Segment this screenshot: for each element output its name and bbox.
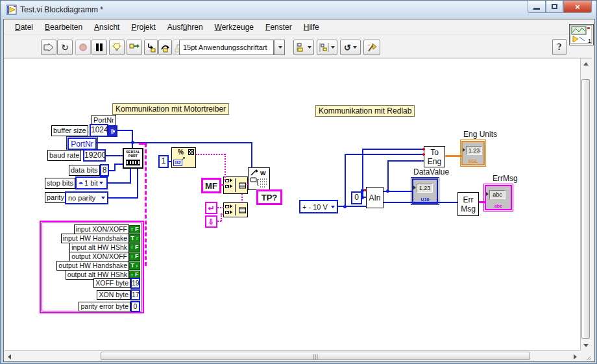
carriage-return-constant[interactable]: ↵ (205, 202, 217, 214)
wire-stopbits (108, 182, 131, 184)
cluster-numeric-constant[interactable]: 0 (130, 301, 140, 312)
font-selector[interactable]: 15pt Anwendungsschriftart (179, 40, 274, 55)
menu-ansicht[interactable]: Ansicht (88, 21, 125, 33)
abort-button[interactable] (75, 40, 91, 55)
window-title: Test.vi Blockdiagramm * (20, 5, 103, 14)
menu-ausfuehren[interactable]: Ausführen (162, 21, 209, 33)
to-eng-node[interactable]: To Eng (424, 146, 445, 167)
one-constant[interactable]: 1 (158, 155, 169, 168)
scroll-down-icon[interactable] (583, 344, 589, 347)
chevron-down-icon (99, 182, 103, 184)
coercion-dot (422, 153, 425, 156)
voltage-range-ring[interactable]: + - 10 V (299, 200, 338, 213)
vi-icon-thumbnail[interactable]: 1 (569, 24, 594, 45)
scroll-up-icon[interactable] (583, 62, 589, 66)
portnr-control-terminal[interactable]: PortNr (67, 138, 97, 150)
baud-rate-constant[interactable]: 19200 (83, 149, 106, 162)
cluster-numeric-constant[interactable]: 17 (130, 289, 140, 300)
block-diagram-canvas[interactable]: Kommunikation mit Motortreiber Kommunika… (5, 58, 580, 350)
i32-type-tag: I32 (173, 160, 182, 166)
pause-button[interactable] (91, 40, 107, 55)
context-help-button[interactable]: ? (552, 39, 567, 55)
cluster-boolean-constant[interactable]: TF (129, 234, 140, 243)
vertical-scroll-thumb[interactable] (581, 79, 590, 339)
cluster-row: input XON/XOFFTF (74, 224, 140, 234)
terminal-arrow-icon (463, 148, 465, 152)
chevron-down-icon (308, 46, 311, 49)
vi-app-icon (6, 5, 17, 15)
cleanup-diagram-button[interactable] (363, 40, 380, 55)
align-objects-button[interactable] (293, 40, 314, 55)
data-bits-constant[interactable]: 8 (100, 164, 109, 176)
step-over-button[interactable] (158, 40, 172, 55)
menu-fenster[interactable]: Fenster (260, 21, 298, 33)
number-to-string-node[interactable]: % ↗ I32 (171, 147, 196, 168)
mf-string-constant[interactable]: MF (201, 178, 221, 193)
cluster-numeric-constant[interactable]: 19 (130, 278, 140, 289)
cluster-boolean-constant[interactable]: TF (129, 243, 140, 252)
serial-port-init-node[interactable]: SERIAL PORT (123, 148, 143, 169)
dip-switch-icon (126, 160, 140, 165)
cluster-row-label: output XON/XOFF (69, 252, 129, 261)
title-bar[interactable]: Test.vi Blockdiagramm * × (1, 1, 596, 19)
horizontal-scrollbar[interactable] (5, 350, 580, 361)
datavalue-indicator[interactable]: 1.23 U16 (412, 178, 438, 204)
eng-units-indicator[interactable]: 1.23 SGL (461, 141, 485, 165)
cluster-boolean-constant[interactable]: TF (129, 261, 140, 270)
vi-icon-graphic: 1 (570, 25, 592, 44)
close-icon: × (575, 2, 580, 12)
buffer-size-constant[interactable]: 1024 (90, 124, 108, 137)
concatenate-strings-node-2[interactable] (223, 202, 248, 217)
chevron-down-icon (331, 46, 335, 49)
serial-port-write-node[interactable]: W { (248, 167, 270, 190)
wire-portnr (95, 142, 252, 143)
align-objects-icon (296, 43, 306, 52)
vertical-scrollbar[interactable] (580, 58, 591, 350)
highlight-execution-button[interactable] (109, 40, 125, 55)
run-continuous-icon: ↻ (61, 42, 69, 53)
flow-control-cluster[interactable]: input XON/XOFFTFinput HW HandshakeTFinpu… (40, 221, 144, 313)
step-into-button[interactable] (144, 40, 158, 55)
reorder-objects-button[interactable]: ↺ (340, 40, 361, 55)
ain-node[interactable]: AIn (366, 187, 384, 208)
errmsg-indicator[interactable]: abc abc (485, 185, 512, 210)
run-continuous-button[interactable]: ↻ (57, 40, 73, 55)
scroll-right-icon[interactable] (574, 354, 577, 359)
tp-string-constant[interactable]: TP? (256, 189, 282, 205)
horizontal-scroll-thumb[interactable] (101, 352, 530, 360)
font-selector-dropdown[interactable] (274, 40, 285, 55)
menu-werkzeuge[interactable]: Werkzeuge (209, 21, 260, 33)
maximize-button[interactable] (546, 1, 563, 13)
coercion-dot (364, 189, 367, 191)
run-arrow-icon (43, 43, 54, 51)
wire-cluster (145, 143, 147, 266)
free-label-redlab[interactable]: Kommunikation mit Redlab (315, 105, 415, 117)
free-label-motortreiber[interactable]: Kommunikation mit Motortreiber (112, 103, 229, 115)
line-feed-constant[interactable]: ⇩ (205, 215, 217, 228)
menu-bearbeiten[interactable]: Bearbeiten (39, 21, 88, 33)
wire-toeng-out (445, 155, 461, 157)
parity-ring[interactable]: no parity (65, 191, 108, 204)
menu-hilfe[interactable]: Hilfe (298, 21, 325, 33)
distribute-objects-button[interactable] (317, 40, 337, 55)
wire-buffer-drop (132, 130, 133, 149)
menu-datei[interactable]: Datei (9, 21, 39, 33)
wire-range (337, 206, 366, 207)
retain-wire-values-button[interactable] (127, 40, 142, 55)
wire-junction (343, 205, 347, 208)
minimize-button[interactable] (528, 1, 546, 13)
buffer-size-node-icon[interactable] (108, 125, 117, 137)
run-button[interactable] (41, 40, 56, 55)
cluster-row-label: XON byte (97, 290, 130, 300)
cluster-boolean-constant[interactable]: TF (129, 225, 140, 234)
terminal-arrow-icon (413, 186, 416, 189)
stop-bits-ring[interactable]: ◂▸ 1 bit (75, 176, 108, 189)
concatenate-strings-node-1[interactable] (223, 176, 248, 194)
menu-projekt[interactable]: Projekt (125, 21, 161, 33)
help-icon: ? (557, 42, 562, 53)
resize-grip[interactable] (580, 350, 593, 361)
close-button[interactable]: × (563, 1, 592, 13)
scroll-left-icon[interactable] (8, 354, 11, 359)
err-msg-node[interactable]: Err Msg (457, 192, 479, 216)
cluster-boolean-constant[interactable]: TF (129, 252, 140, 261)
